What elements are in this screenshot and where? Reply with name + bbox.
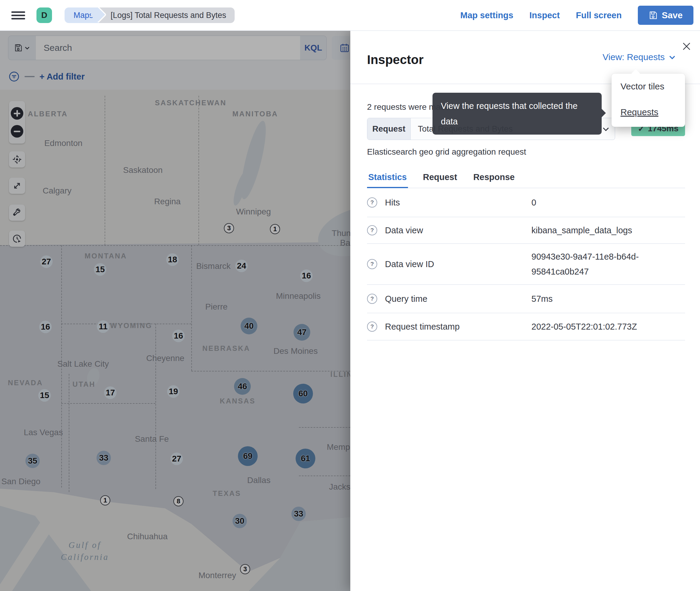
map-cluster[interactable]: 17 <box>104 386 116 399</box>
map-label-region: ALBERTA <box>28 110 68 118</box>
map-label-region: TEXAS <box>213 489 241 498</box>
help-icon[interactable]: ? <box>367 322 377 332</box>
map-cluster[interactable]: 40 <box>241 318 257 334</box>
map-label-city: Pierre <box>205 302 228 312</box>
map-cluster[interactable]: 18 <box>166 253 179 266</box>
map-cluster[interactable]: 35 <box>25 454 40 468</box>
border-line <box>299 475 350 476</box>
help-icon[interactable]: ? <box>367 259 377 269</box>
map-cluster[interactable]: 1 <box>270 224 280 234</box>
map-cluster[interactable]: 27 <box>40 255 53 268</box>
map-cluster[interactable]: 16 <box>300 269 313 282</box>
map-cluster[interactable]: 16 <box>39 321 52 333</box>
map-label-city: Calgary <box>43 186 71 196</box>
border-line-us-canada <box>0 245 350 246</box>
calendar-icon <box>339 43 350 53</box>
map-label-city: Dallas <box>247 475 270 485</box>
map-label-city: Regina <box>154 197 181 206</box>
filter-icon[interactable] <box>8 71 20 82</box>
avatar[interactable]: D <box>36 7 52 23</box>
map-cluster[interactable]: 16 <box>172 330 185 342</box>
map-label-city: Santa Fe <box>135 434 169 444</box>
map-label-city: Las Vegas <box>24 428 63 437</box>
view-selector[interactable]: View: Requests <box>603 52 676 62</box>
fit-to-data-button[interactable] <box>9 178 25 194</box>
statistics-table: ?Hits0?Data viewkibana_sample_data_logs?… <box>367 188 685 340</box>
help-icon[interactable]: ? <box>367 225 377 236</box>
map-label-region: UTAH <box>73 380 96 389</box>
map-label-region: SASKATCHEWAN <box>155 99 227 107</box>
tab-statistics[interactable]: Statistics <box>367 169 408 188</box>
map-cluster[interactable]: 24 <box>235 260 248 272</box>
breadcrumb-current-map: [Logs] Total Requests and Bytes <box>97 7 235 23</box>
map-settings-link[interactable]: Map settings <box>460 10 513 20</box>
map-cluster[interactable]: 27 <box>170 453 183 465</box>
stat-value: 0 <box>531 195 681 210</box>
close-icon[interactable] <box>681 41 692 52</box>
map-cluster[interactable]: 46 <box>234 378 251 395</box>
map-label-city: Saskatoon <box>123 166 163 175</box>
tab-request[interactable]: Request <box>422 169 458 188</box>
border-line <box>191 371 350 372</box>
full-screen-link[interactable]: Full screen <box>576 10 622 20</box>
border-line <box>104 96 105 245</box>
search-input[interactable] <box>36 36 300 60</box>
popover-item-vector-tiles[interactable]: Vector tiles <box>621 81 665 91</box>
menu-icon[interactable] <box>11 10 25 21</box>
breadcrumb-maps[interactable]: Maps <box>65 7 99 23</box>
map-label-city: Salt Lake City <box>57 359 109 369</box>
zoom-out-button[interactable] <box>11 125 23 138</box>
map-cluster[interactable]: 3 <box>240 564 250 574</box>
help-icon[interactable]: ? <box>367 197 377 208</box>
map-cluster[interactable]: 30 <box>233 514 247 528</box>
stats-row: ?Data view ID90943e30-9a47-11e8-b64d-958… <box>367 244 685 285</box>
map-workspace: KQL + Add filter <box>0 30 350 591</box>
map-cluster[interactable]: 15 <box>94 263 106 276</box>
map-cluster[interactable]: 47 <box>294 324 310 341</box>
inspect-link[interactable]: Inspect <box>529 10 560 20</box>
map-label-city: Winnipeg <box>236 207 271 216</box>
tools-button[interactable] <box>9 205 25 221</box>
expand-icon <box>12 181 22 191</box>
popover-item-requests[interactable]: Requests <box>621 107 658 117</box>
map-canvas[interactable]: ALBERTASASKATCHEWANMANITOBAEdmontonSaska… <box>0 90 350 591</box>
stat-label: Query time <box>385 294 427 304</box>
stats-row: ?Request timestamp2022-05-05T22:01:02.77… <box>367 313 685 340</box>
timeslider-button[interactable] <box>9 231 25 247</box>
kql-toggle[interactable]: KQL <box>300 36 326 60</box>
help-icon[interactable]: ? <box>367 294 377 304</box>
view-popover: Vector tilesRequests <box>612 74 685 127</box>
map-cluster[interactable]: 3 <box>224 223 234 233</box>
breadcrumb: Maps [Logs] Total Requests and Bytes <box>65 7 235 23</box>
map-cluster[interactable]: 8 <box>173 496 183 506</box>
chevron-down-icon <box>668 53 676 61</box>
tooltip: View the requests that collected the dat… <box>433 93 602 135</box>
map-label-city: Memphis <box>327 442 350 452</box>
add-filter-button[interactable]: + Add filter <box>40 72 85 82</box>
map-label-region: MANITOBA <box>233 110 278 118</box>
chevron-down-icon <box>24 45 30 51</box>
map-cluster[interactable]: 61 <box>296 449 315 468</box>
save-icon <box>648 11 657 20</box>
tab-response[interactable]: Response <box>472 169 516 188</box>
map-label-city: Monterrey <box>199 571 236 580</box>
map-cluster[interactable]: 1 <box>100 495 110 506</box>
map-cluster[interactable]: 33 <box>292 507 306 521</box>
map-cluster[interactable]: 15 <box>38 389 51 402</box>
stat-label: Data view ID <box>385 259 434 269</box>
map-cluster[interactable]: 69 <box>238 446 258 466</box>
map-cluster[interactable]: 11 <box>97 320 109 333</box>
border-line <box>299 427 350 428</box>
map-cluster[interactable]: 19 <box>167 385 180 398</box>
save-button[interactable]: Save <box>638 6 693 25</box>
locate-button[interactable] <box>9 151 25 168</box>
stats-row: ?Data viewkibana_sample_data_logs <box>367 217 685 244</box>
border-line <box>69 374 69 492</box>
map-cluster[interactable]: 33 <box>96 451 111 465</box>
inspector-tabs: Statistics Request Response <box>367 169 685 188</box>
stat-value: 2022-05-05T22:01:02.773Z <box>531 319 681 334</box>
saved-query-button[interactable] <box>8 36 36 60</box>
date-picker-button[interactable] <box>332 36 350 60</box>
map-cluster[interactable]: 60 <box>293 384 313 403</box>
zoom-in-button[interactable] <box>11 107 23 120</box>
